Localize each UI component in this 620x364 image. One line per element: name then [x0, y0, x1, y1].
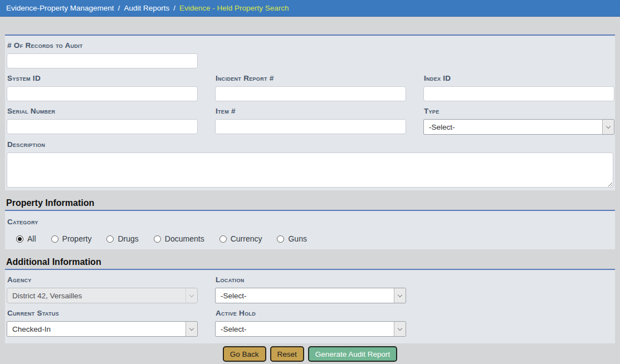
- go-back-button[interactable]: Go Back: [223, 346, 266, 362]
- index-id-field: Index ID: [423, 68, 614, 101]
- generate-audit-report-button[interactable]: Generate Audit Report: [308, 346, 397, 362]
- item-number-field: Item #: [215, 101, 406, 135]
- current-status-select[interactable]: Checked-In: [7, 321, 198, 337]
- radio-icon: [51, 235, 58, 243]
- type-label: Type: [423, 101, 614, 119]
- active-hold-field: Active Hold -Select-: [215, 303, 406, 337]
- system-id-field: System ID: [7, 68, 198, 101]
- agency-select-value: District 42, Versailles: [7, 292, 82, 300]
- agency-select: District 42, Versailles: [7, 288, 198, 303]
- agency-field: Agency District 42, Versailles: [7, 270, 198, 303]
- serial-number-field: Serial Number: [7, 101, 198, 135]
- type-select[interactable]: -Select-: [423, 119, 614, 135]
- item-number-label: Item #: [215, 101, 406, 119]
- agency-label: Agency: [7, 270, 198, 288]
- category-radio-group: All Property Drugs Documents Currency Gu…: [16, 234, 613, 243]
- chevron-down-icon: [394, 322, 406, 336]
- index-id-input[interactable]: [423, 86, 614, 101]
- index-id-label: Index ID: [423, 68, 614, 86]
- breadcrumb-current-page: Evidence - Held Property Search: [179, 4, 289, 12]
- category-radio-all[interactable]: All: [16, 234, 36, 243]
- location-select[interactable]: -Select-: [215, 288, 406, 303]
- category-label: Category: [7, 218, 613, 230]
- current-status-select-value: Checked-In: [7, 325, 51, 333]
- description-textarea[interactable]: [7, 153, 613, 188]
- location-select-value: -Select-: [216, 292, 247, 300]
- property-information-panel: Category All Property Drugs Documents Cu…: [5, 210, 615, 249]
- current-status-label: Current Status: [7, 303, 198, 321]
- category-radio-property[interactable]: Property: [51, 234, 92, 243]
- type-select-value: -Select-: [424, 123, 455, 131]
- category-radio-guns-label: Guns: [288, 234, 306, 243]
- chevron-down-icon: [185, 322, 197, 336]
- active-hold-select[interactable]: -Select-: [215, 321, 406, 337]
- radio-icon: [154, 235, 161, 243]
- radio-icon: [106, 235, 114, 243]
- active-hold-label: Active Hold: [215, 303, 406, 321]
- category-radio-drugs-label: Drugs: [118, 234, 138, 243]
- category-radio-all-label: All: [27, 234, 36, 243]
- active-hold-select-value: -Select-: [216, 325, 247, 333]
- breadcrumb-separator: /: [114, 4, 124, 12]
- serial-number-label: Serial Number: [7, 101, 198, 119]
- category-radio-guns[interactable]: Guns: [277, 234, 306, 243]
- reset-button[interactable]: Reset: [270, 346, 304, 362]
- chevron-down-icon: [394, 288, 406, 303]
- description-label: Description: [7, 135, 613, 153]
- system-id-label: System ID: [7, 68, 198, 86]
- records-to-audit-label: # Of Records to Audit: [7, 36, 613, 53]
- action-button-row: Go Back Reset Generate Audit Report: [0, 346, 620, 362]
- item-number-input[interactable]: [215, 119, 406, 134]
- system-id-input[interactable]: [7, 86, 198, 101]
- description-field: Description: [7, 135, 613, 190]
- property-information-header: Property Information: [0, 190, 620, 210]
- serial-number-input[interactable]: [7, 119, 198, 134]
- current-status-field: Current Status Checked-In: [7, 303, 198, 337]
- radio-icon: [219, 235, 227, 243]
- records-to-audit-input[interactable]: [7, 53, 198, 68]
- incident-report-label: Incident Report #: [215, 68, 406, 86]
- chevron-down-icon: [185, 288, 197, 303]
- breadcrumb: Evidence-Property Management / Audit Rep…: [0, 0, 620, 17]
- breadcrumb-separator: /: [169, 4, 179, 12]
- location-label: Location: [215, 270, 406, 288]
- category-radio-drugs[interactable]: Drugs: [106, 234, 138, 243]
- category-radio-currency[interactable]: Currency: [219, 234, 262, 243]
- radio-icon: [277, 235, 284, 243]
- incident-report-input[interactable]: [215, 86, 406, 101]
- category-radio-documents[interactable]: Documents: [154, 234, 204, 243]
- additional-information-panel: Agency District 42, Versailles Location …: [5, 269, 615, 343]
- category-radio-property-label: Property: [62, 234, 92, 243]
- search-criteria-panel: # Of Records to Audit System ID Incident…: [5, 35, 615, 190]
- additional-information-header: Additional Information: [0, 249, 620, 269]
- category-radio-documents-label: Documents: [165, 234, 204, 243]
- breadcrumb-evidence-property-management[interactable]: Evidence-Property Management: [6, 4, 114, 12]
- category-radio-currency-label: Currency: [231, 234, 262, 243]
- records-to-audit-field: # Of Records to Audit: [7, 36, 613, 68]
- location-field: Location -Select-: [215, 270, 406, 303]
- chevron-down-icon: [602, 120, 614, 134]
- type-field: Type -Select-: [423, 101, 614, 135]
- incident-report-field: Incident Report #: [215, 68, 406, 101]
- breadcrumb-audit-reports[interactable]: Audit Reports: [124, 4, 169, 12]
- radio-selected-icon: [16, 235, 23, 243]
